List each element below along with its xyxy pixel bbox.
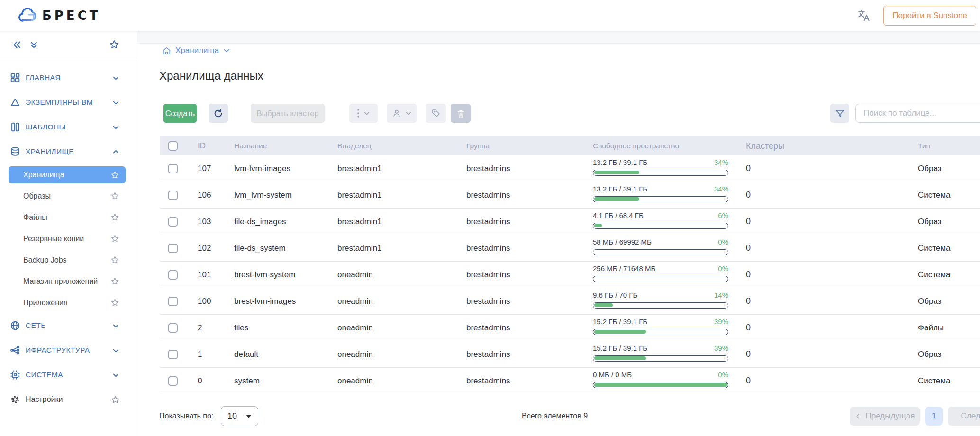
- cell-free-space: 58 МБ / 69992 МБ 0%: [593, 241, 735, 255]
- free-space-bar: [593, 276, 728, 282]
- sidebar-item-settings[interactable]: Настройки: [0, 387, 137, 412]
- page-number-button[interactable]: 1: [925, 407, 943, 426]
- sidebar-item-templates[interactable]: ШАБЛОНЫ: [0, 115, 137, 139]
- table-row[interactable]: 0 system oneadmin brestadmins 0 МБ / 0 М…: [160, 368, 980, 394]
- row-checkbox[interactable]: [168, 217, 178, 227]
- free-space-bar-fill: [594, 171, 640, 174]
- filter-button[interactable]: [830, 104, 849, 123]
- row-checkbox[interactable]: [168, 350, 178, 359]
- create-button[interactable]: Создать: [163, 104, 197, 123]
- content-top-strip: [137, 31, 980, 44]
- column-header-name[interactable]: Название: [234, 142, 337, 150]
- cell-clusters: 0: [735, 164, 917, 173]
- topbar: БРЕСТ Перейти в Sunstone: [0, 0, 980, 31]
- sidebar-item-infrastructure[interactable]: ИФРАСТРУКТУРА: [0, 338, 137, 363]
- star-icon[interactable]: [111, 213, 119, 221]
- table-row[interactable]: 106 lvm_lvm-system brestadmin1 brestadmi…: [160, 182, 980, 209]
- search-input[interactable]: [855, 104, 980, 123]
- table-row[interactable]: 107 lvm-lvm-images brestadmin1 brestadmi…: [160, 155, 980, 182]
- free-space-bar: [593, 302, 728, 309]
- storage-icon: [10, 146, 20, 157]
- cell-clusters: 0: [735, 376, 917, 386]
- datastores-table: ID Название Владелец Группа Свободное пр…: [160, 136, 980, 394]
- sidebar-item-system[interactable]: СИСТЕМА: [0, 363, 137, 387]
- star-icon[interactable]: [111, 396, 119, 404]
- go-to-sunstone-button[interactable]: Перейти в Sunstone: [883, 6, 976, 26]
- free-space-text: 58 МБ / 69992 МБ: [593, 238, 652, 246]
- star-icon[interactable]: [111, 277, 119, 285]
- cell-owner: brestadmin1: [337, 164, 466, 173]
- trash-icon: [456, 109, 465, 118]
- cell-free-space: 15.2 ГБ / 39.1 ГБ 39%: [593, 347, 735, 362]
- sidebar-subitem-backup-jobs[interactable]: Backup Jobs: [0, 249, 137, 271]
- free-space-percent: 6%: [718, 211, 728, 219]
- sidebar-item-storage[interactable]: ХРАНИЛИЩЕ: [0, 139, 137, 164]
- star-icon[interactable]: [111, 171, 119, 179]
- column-header-id[interactable]: ID: [198, 141, 234, 151]
- more-actions-dropdown[interactable]: [349, 104, 378, 123]
- star-icon[interactable]: [111, 256, 119, 264]
- row-checkbox[interactable]: [168, 164, 178, 173]
- collapse-sidebar-icon[interactable]: [12, 40, 21, 49]
- sidebar-subitem-marketplace[interactable]: Магазин приложений: [0, 271, 137, 292]
- select-all-checkbox[interactable]: [168, 141, 178, 151]
- table-row[interactable]: 103 file-ds_images brestadmin1 brestadmi…: [160, 209, 980, 235]
- column-header-clusters[interactable]: Кластеры: [735, 141, 917, 151]
- cell-name: system: [234, 376, 337, 386]
- row-checkbox[interactable]: [168, 191, 178, 200]
- sidebar-subitem-images[interactable]: Образы: [0, 185, 137, 207]
- collapse-all-icon[interactable]: [30, 41, 38, 49]
- table-row[interactable]: 1 default oneadmin brestadmins 15.2 ГБ /…: [160, 341, 980, 368]
- column-header-group[interactable]: Группа: [466, 142, 593, 150]
- free-space-bar-fill: [594, 383, 727, 387]
- cell-type: Система: [917, 270, 980, 280]
- star-icon[interactable]: [111, 235, 119, 243]
- favorites-star-icon[interactable]: [109, 40, 119, 49]
- sidebar-subitem-datastores[interactable]: Хранилища: [9, 166, 126, 183]
- table-row[interactable]: 101 brest-lvm-system oneadmin brestadmin…: [160, 262, 980, 288]
- language-switch-icon[interactable]: [857, 9, 871, 23]
- per-page-select[interactable]: 10: [221, 406, 258, 426]
- star-icon[interactable]: [111, 192, 119, 200]
- chevron-down-icon: [112, 372, 119, 379]
- per-page-label: Показывать по:: [159, 406, 213, 427]
- chevron-down-icon: [223, 47, 230, 54]
- column-header-free-space[interactable]: Свободное пространство: [593, 142, 735, 150]
- free-space-text: 0 МБ / 0 МБ: [593, 371, 632, 379]
- refresh-button[interactable]: [209, 104, 228, 123]
- column-header-owner[interactable]: Владелец: [337, 142, 466, 150]
- row-checkbox[interactable]: [168, 270, 178, 280]
- select-cluster-button[interactable]: Выбрать кластер: [251, 104, 325, 123]
- sidebar-subitem-apps[interactable]: Приложения: [0, 292, 137, 313]
- table-row[interactable]: 102 file-ds_system brestadmin1 brestadmi…: [160, 235, 980, 262]
- delete-button[interactable]: [451, 104, 471, 123]
- cell-free-space: 256 МБ / 71648 МБ 0%: [593, 268, 735, 282]
- cell-type: Образ: [917, 164, 980, 173]
- sidebar-item-network[interactable]: СЕТЬ: [0, 313, 137, 338]
- row-checkbox[interactable]: [168, 244, 178, 253]
- sidebar-item-main[interactable]: ГЛАВНАЯ: [0, 65, 137, 90]
- cell-type: Образ: [917, 217, 980, 227]
- breadcrumb[interactable]: Хранилища: [162, 46, 230, 55]
- sidebar-item-vm-instances[interactable]: ЭКЗЕМПЛЯРЫ ВМ: [0, 90, 137, 115]
- row-checkbox[interactable]: [168, 297, 178, 306]
- label-button[interactable]: [426, 104, 446, 123]
- chevron-left-icon: [855, 413, 861, 419]
- row-checkbox[interactable]: [168, 376, 178, 386]
- sidebar-subitem-backups[interactable]: Резервные копии: [0, 228, 137, 249]
- cell-group: brestadmins: [466, 164, 593, 173]
- cell-group: brestadmins: [466, 191, 593, 200]
- table-row[interactable]: 2 files oneadmin brestadmins 15.2 ГБ / 3…: [160, 315, 980, 341]
- ownership-dropdown[interactable]: [387, 104, 417, 123]
- free-space-percent: 39%: [714, 344, 728, 352]
- next-page-button[interactable]: Следующая: [948, 407, 980, 426]
- sidebar-subitem-files[interactable]: Файлы: [0, 207, 137, 228]
- free-space-bar-fill: [594, 330, 646, 334]
- cell-type: Система: [917, 191, 980, 200]
- star-icon[interactable]: [111, 299, 119, 307]
- row-checkbox[interactable]: [168, 323, 178, 333]
- previous-page-button[interactable]: Предыдущая: [850, 407, 920, 426]
- cell-free-space: 9.6 ГБ / 70 ГБ 14%: [593, 294, 735, 309]
- column-header-type[interactable]: Тип: [917, 142, 980, 150]
- table-row[interactable]: 100 brest-lvm-images oneadmin brestadmin…: [160, 288, 980, 315]
